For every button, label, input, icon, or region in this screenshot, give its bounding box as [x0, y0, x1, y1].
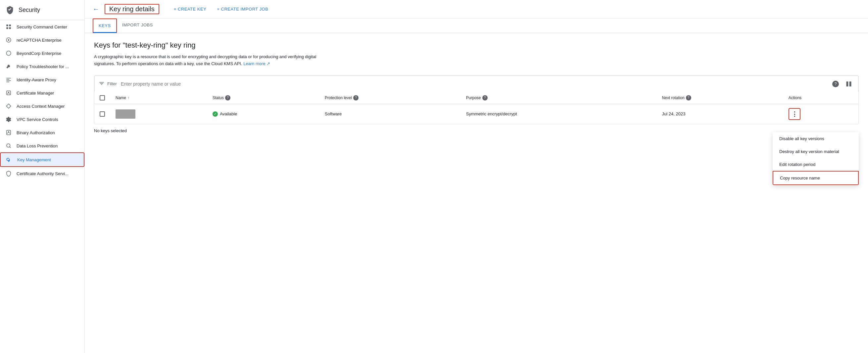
no-selection-text: No keys selected	[94, 128, 859, 133]
help-button[interactable]: ?	[830, 79, 841, 89]
circle-empty-icon	[5, 50, 12, 57]
protection-level-help-icon[interactable]: ?	[353, 95, 359, 101]
sidebar-item-label: Data Loss Prevention	[17, 143, 58, 148]
content-title: Keys for "test-key-ring" key ring	[94, 41, 859, 49]
svg-point-6	[6, 51, 11, 56]
sidebar: Security Security Command Center reCAPTC…	[0, 0, 85, 353]
checkbox-header	[94, 92, 110, 104]
sidebar-header: Security	[0, 0, 85, 20]
next-rotation-help-icon[interactable]: ?	[686, 95, 691, 101]
row-purpose-cell: Symmetric encrypt/decrypt	[461, 104, 657, 124]
create-import-job-button[interactable]: + CREATE IMPORT JOB	[213, 5, 272, 13]
gear-icon	[5, 116, 12, 122]
learn-more-link[interactable]: Learn more ↗	[243, 61, 270, 66]
sidebar-item-label: Identity-Aware Proxy	[17, 77, 56, 82]
row-checkbox[interactable]	[100, 111, 105, 117]
sidebar-item-identity-aware-proxy[interactable]: Identity-Aware Proxy	[0, 73, 85, 86]
tabs-bar: KEYS IMPORT JOBS	[85, 19, 868, 33]
row-checkbox-cell	[94, 104, 110, 124]
svg-rect-9	[6, 80, 11, 81]
svg-point-14	[8, 131, 9, 133]
diamond-icon	[5, 103, 12, 109]
sidebar-item-label: Binary Authorization	[17, 130, 55, 135]
sidebar-item-label: Certificate Manager	[17, 91, 54, 96]
keys-table: Name ↑ Status ? Protecti	[94, 92, 859, 124]
svg-point-5	[8, 39, 9, 41]
sidebar-item-policy-troubleshooter[interactable]: Policy Troubleshooter for ...	[0, 60, 85, 73]
actions-column-header: Actions	[783, 92, 859, 104]
create-key-button[interactable]: + CREATE KEY	[170, 5, 211, 13]
svg-rect-1	[9, 25, 11, 26]
lines-icon	[5, 76, 12, 83]
sort-icon: ↑	[127, 96, 129, 100]
sidebar-item-label: VPC Service Controls	[17, 117, 58, 122]
badge-icon	[5, 90, 12, 96]
sidebar-title: Security	[19, 7, 40, 13]
svg-rect-0	[6, 25, 8, 26]
sidebar-item-beyondcorp[interactable]: BeyondCorp Enterprise	[0, 46, 85, 60]
content-area: Keys for "test-key-ring" key ring A cryp…	[85, 33, 868, 353]
row-name-cell	[110, 104, 207, 124]
topbar-actions: + CREATE KEY + CREATE IMPORT JOB	[170, 5, 273, 13]
name-column-header: Name ↑	[110, 92, 207, 104]
purpose-column-header: Purpose ?	[461, 92, 657, 104]
filter-bar: Filter ?	[94, 76, 859, 92]
protection-level-column-header: Protection level ?	[319, 92, 461, 104]
actions-dropdown-menu: Disable all key versions Destroy all key…	[773, 132, 859, 185]
sidebar-item-vpc-service-controls[interactable]: VPC Service Controls	[0, 113, 85, 126]
select-all-checkbox[interactable]	[100, 95, 105, 101]
table-row: Available Software Symmetric encrypt/dec…	[94, 104, 859, 124]
shield-icon	[5, 5, 14, 14]
svg-rect-8	[6, 79, 9, 80]
row-actions-cell: ⋮	[783, 104, 859, 124]
wrench-icon	[5, 63, 12, 70]
sidebar-item-key-management[interactable]: Key Management	[0, 152, 85, 167]
svg-rect-7	[6, 78, 11, 79]
sidebar-item-label: Policy Troubleshooter for ...	[17, 64, 69, 69]
filter-icon	[99, 80, 104, 87]
sidebar-item-access-context-manager[interactable]: Access Context Manager	[0, 100, 85, 113]
key-name-placeholder	[116, 109, 135, 119]
svg-rect-10	[6, 82, 9, 82]
edit-rotation-period-item[interactable]: Edit rotation period	[773, 158, 859, 171]
actions-menu-button[interactable]: ⋮	[788, 108, 801, 120]
disable-all-versions-item[interactable]: Disable all key versions	[773, 132, 859, 145]
keys-table-wrapper: Filter ?	[94, 75, 859, 124]
status-column-header: Status ?	[207, 92, 319, 104]
sidebar-item-label: reCAPTCHA Enterprise	[17, 38, 62, 43]
sidebar-item-certificate-authority[interactable]: Certificate Authority Servi...	[0, 167, 85, 180]
sidebar-item-recaptcha[interactable]: reCAPTCHA Enterprise	[0, 33, 85, 46]
table-header-row: Name ↑ Status ? Protecti	[94, 92, 859, 104]
shield-outline-icon	[5, 170, 12, 177]
svg-rect-2	[6, 28, 8, 29]
next-rotation-column-header: Next rotation ?	[657, 92, 783, 104]
circle-dot-icon	[5, 37, 12, 43]
sidebar-item-certificate-manager[interactable]: Certificate Manager	[0, 86, 85, 100]
filter-action-buttons: ?	[830, 79, 854, 89]
tab-keys[interactable]: KEYS	[93, 19, 117, 33]
topbar: ← Key ring details + CREATE KEY + CREATE…	[85, 0, 868, 19]
search-circle-icon	[5, 142, 12, 149]
person-badge-icon	[5, 129, 12, 136]
sidebar-item-label: BeyondCorp Enterprise	[17, 51, 61, 56]
grid-icon	[5, 24, 12, 30]
filter-input[interactable]	[121, 81, 828, 86]
sidebar-item-label: Key Management	[17, 157, 51, 162]
sidebar-item-label: Certificate Authority Servi...	[17, 171, 68, 176]
column-toggle-button[interactable]	[843, 79, 854, 89]
content-description: A cryptographic key is a resource that i…	[94, 54, 332, 67]
key-icon	[6, 156, 12, 163]
status-help-icon[interactable]: ?	[225, 95, 230, 101]
copy-resource-name-item[interactable]: Copy resource name	[773, 171, 859, 185]
filter-label: Filter	[107, 81, 117, 86]
tab-import-jobs[interactable]: IMPORT JOBS	[117, 19, 158, 33]
sidebar-item-security-command-center[interactable]: Security Command Center	[0, 20, 85, 33]
back-button[interactable]: ←	[93, 5, 99, 13]
purpose-help-icon[interactable]: ?	[482, 95, 488, 101]
destroy-all-key-material-item[interactable]: Destroy all key version material	[773, 145, 859, 158]
page-title: Key ring details	[104, 4, 159, 14]
row-next-rotation-cell: Jul 24, 2023	[657, 104, 783, 124]
sidebar-item-data-loss-prevention[interactable]: Data Loss Prevention	[0, 139, 85, 152]
sidebar-item-binary-authorization[interactable]: Binary Authorization	[0, 126, 85, 139]
main-content: ← Key ring details + CREATE KEY + CREATE…	[85, 0, 868, 353]
